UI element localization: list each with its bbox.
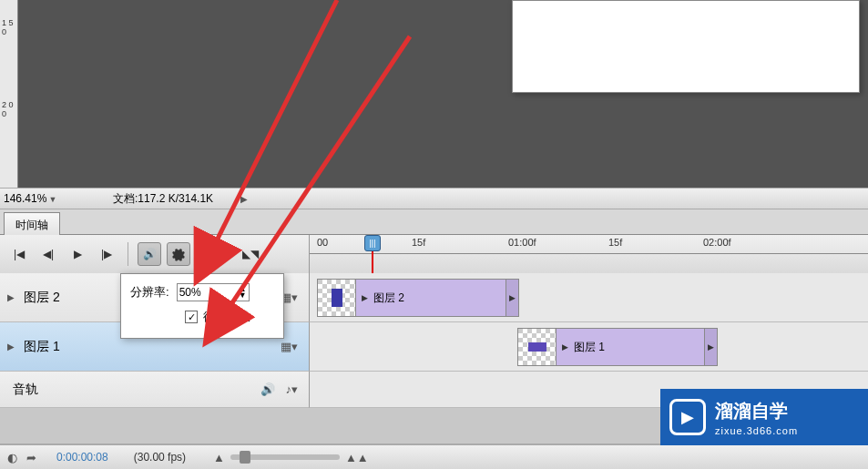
bottom-bar: ◐ ➦ 0:00:00:08 (30.00 fps) ▲ ▲▲	[0, 444, 868, 469]
resolution-select[interactable]: 50% ▲▼	[177, 283, 250, 301]
audio-button[interactable]: 🔊	[138, 242, 161, 266]
expand-icon[interactable]: ▶	[362, 293, 368, 302]
transition-button[interactable]: ◣◥	[239, 242, 262, 266]
loop-playback-label: 循环播放	[203, 309, 250, 325]
loop-playback-checkbox[interactable]: ✓	[185, 311, 198, 323]
expand-icon[interactable]: ▶	[562, 342, 568, 352]
work-area-track	[310, 254, 868, 273]
cut-button[interactable]	[209, 242, 233, 266]
track-row[interactable]: ▶ 图层 2 ▶	[310, 273, 868, 322]
watermark: ▶ 溜溜自学 zixue.3d66.com	[660, 389, 868, 445]
audio-row[interactable]: 音轨 🔊 ♪▾	[0, 372, 310, 408]
zoom-level[interactable]: 146.41%▼	[4, 192, 86, 205]
clip[interactable]: ▶ 图层 2 ▶	[317, 279, 519, 317]
scissors-icon	[213, 246, 230, 262]
thumb-swatch	[528, 342, 546, 352]
play-arrow-icon[interactable]: ▶	[240, 194, 248, 204]
resolution-label: 分辨率:	[130, 284, 169, 301]
timecode[interactable]: 0:00:00:08	[56, 451, 108, 464]
ruler-tick: 1 5 0	[2, 18, 17, 36]
clip-thumbnail	[518, 329, 557, 365]
time-tick: 01:00f	[508, 237, 536, 248]
step-forward-button[interactable]: |▶	[95, 242, 118, 266]
dropdown-arrow-icon: ▼	[48, 195, 56, 204]
share-icon[interactable]: ➦	[26, 451, 36, 464]
zoom-slider-thumb[interactable]	[240, 451, 250, 464]
watermark-url: zixue.3d66.com	[715, 425, 798, 436]
expand-icon[interactable]: ▶	[7, 292, 15, 302]
playhead[interactable]: |||	[364, 235, 381, 251]
toggle-icon[interactable]: ◐	[7, 451, 17, 464]
floating-panel[interactable]	[512, 0, 860, 93]
gear-icon	[171, 247, 186, 261]
clip-thumbnail	[318, 280, 356, 316]
clip-body: ▶ 图层 2	[356, 291, 505, 306]
zoom-out-icon[interactable]: ▲	[213, 451, 225, 464]
layer-name: 图层 1	[24, 339, 281, 355]
time-ruler[interactable]: 00 15f 01:00f 15f 02:00f	[310, 235, 868, 253]
tab-timeline[interactable]: 时间轴	[4, 212, 60, 238]
track-row[interactable]: ▶ 图层 1 ▶	[310, 322, 868, 372]
watermark-title: 溜溜自学	[715, 399, 798, 423]
clip-end-handle[interactable]: ▶	[505, 280, 518, 316]
zoom-controls: ▲ ▲▲	[213, 451, 369, 464]
audio-label: 音轨	[13, 382, 260, 398]
music-note-icon[interactable]: ♪▾	[286, 382, 299, 396]
ruler-tick: 2 0 0	[2, 100, 17, 118]
settings-gear-button[interactable]	[167, 242, 190, 266]
resolution-value: 50%	[179, 286, 201, 299]
vertical-ruler: 1 5 0 2 0 0	[0, 0, 18, 188]
play-button[interactable]: ▶	[66, 242, 89, 266]
settings-popup: 分辨率: 50% ▲▼ ✓ 循环播放	[120, 273, 284, 339]
zoom-in-icon[interactable]: ▲▲	[345, 451, 369, 464]
time-ruler-area: 00 15f 01:00f 15f 02:00f |||	[310, 235, 868, 273]
watermark-logo-icon: ▶	[669, 399, 706, 435]
fps-display: (30.00 fps)	[134, 451, 186, 464]
divider	[199, 242, 200, 266]
step-back-button[interactable]: ◀|	[36, 242, 60, 266]
status-bar: 146.41%▼ 文档:117.2 K/314.1K ▶	[0, 188, 868, 209]
clip-label: 图层 1	[574, 340, 605, 355]
clip-body: ▶ 图层 1	[557, 340, 704, 355]
expand-icon[interactable]: ▶	[7, 342, 15, 352]
go-to-start-button[interactable]: |◀	[7, 242, 31, 266]
filmstrip-icon[interactable]: ▦▾	[281, 340, 298, 353]
dropdown-stepper-icon: ▲▼	[239, 286, 247, 299]
document-info: 文档:117.2 K/314.1K	[113, 191, 213, 207]
zoom-slider[interactable]	[230, 454, 340, 460]
clip[interactable]: ▶ 图层 1 ▶	[517, 328, 718, 366]
clip-end-handle[interactable]: ▶	[704, 329, 717, 365]
canvas-area: 1 5 0 2 0 0	[0, 0, 868, 188]
time-tick: 15f	[608, 237, 622, 248]
time-tick: 00	[317, 237, 328, 248]
playback-controls: |◀ ◀| ▶ |▶ 🔊 ◣◥	[0, 235, 310, 273]
clip-label: 图层 2	[373, 291, 404, 306]
time-tick: 02:00f	[703, 237, 731, 248]
time-tick: 15f	[412, 237, 425, 248]
thumb-swatch	[332, 289, 342, 307]
divider	[128, 242, 128, 266]
panel-tab-bar: 时间轴	[0, 209, 868, 235]
speaker-icon[interactable]: 🔊	[260, 382, 275, 396]
check-icon: ✓	[188, 311, 196, 323]
